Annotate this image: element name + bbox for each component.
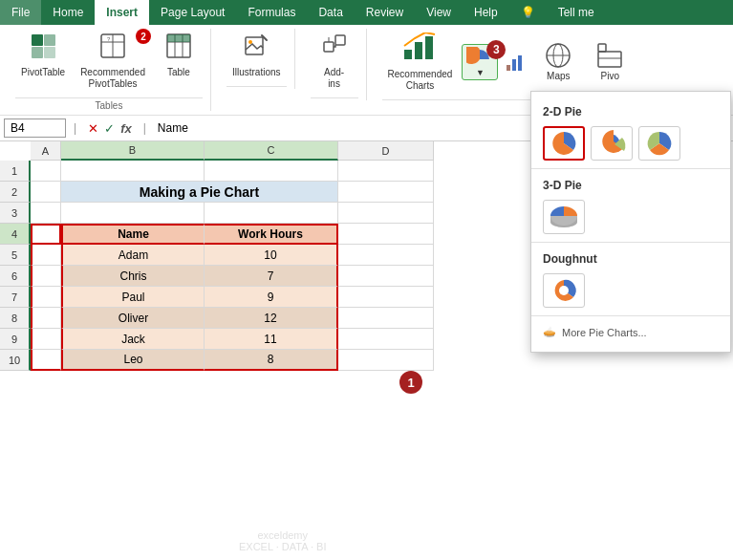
cell-b10[interactable]: Leo <box>61 350 205 371</box>
tab-view[interactable]: View <box>415 0 463 25</box>
cell-b8[interactable]: Oliver <box>61 308 205 329</box>
more-pie-charts-link[interactable]: 🥧 More Pie Charts... <box>531 320 730 344</box>
cell-d3[interactable] <box>338 203 434 224</box>
cell-d6[interactable] <box>338 266 434 287</box>
cell-c9[interactable]: 11 <box>205 329 338 350</box>
tab-home[interactable]: Home <box>41 0 95 25</box>
cell-b4-name[interactable]: Name <box>61 224 205 245</box>
cell-reference[interactable]: B4 <box>4 118 66 138</box>
cell-a5[interactable] <box>31 245 61 266</box>
tab-tellme[interactable]: Tell me <box>547 0 606 25</box>
addins-button[interactable]: Add-ins <box>311 29 358 94</box>
cell-d1[interactable] <box>338 161 434 182</box>
cell-b1[interactable] <box>61 161 205 182</box>
confirm-icon[interactable]: ✓ <box>104 121 115 136</box>
svg-rect-29 <box>598 52 621 67</box>
pie-2d-chart-1[interactable] <box>543 126 585 161</box>
row-header-5: 5 <box>0 245 31 266</box>
row-header-4: 4 <box>0 224 31 245</box>
recommended-charts-button[interactable]: RecommendedCharts <box>382 29 459 96</box>
pie-2d-charts <box>531 122 730 164</box>
row-10: 10 Leo 8 <box>0 350 733 371</box>
cell-b7[interactable]: Paul <box>61 287 205 308</box>
col-header-a: A <box>31 141 61 161</box>
cell-d2[interactable] <box>338 182 434 203</box>
table-button[interactable]: Table <box>155 29 203 82</box>
cancel-icon[interactable]: ✕ <box>88 121 98 136</box>
cell-c8[interactable]: 12 <box>205 308 338 329</box>
tables-group-label: Tables <box>15 97 203 111</box>
svg-point-14 <box>248 40 252 44</box>
col-header-c: C <box>205 141 338 161</box>
pie-2d-chart-2[interactable] <box>591 126 633 161</box>
cell-d5[interactable] <box>338 245 434 266</box>
pie-3d-chart-1[interactable] <box>543 200 585 234</box>
cell-b5[interactable]: Adam <box>61 245 205 266</box>
bar-charts-button[interactable] <box>502 50 530 75</box>
cell-b2-title[interactable]: Making a Pie Chart <box>61 182 338 203</box>
cell-c1[interactable] <box>205 161 338 182</box>
tab-review[interactable]: Review <box>355 0 415 25</box>
pie-3d-charts <box>531 196 730 238</box>
svg-rect-23 <box>512 59 516 71</box>
section-doughnut: Doughnut <box>531 247 730 269</box>
row-header-3: 3 <box>0 203 31 224</box>
row-header-6: 6 <box>0 266 31 287</box>
cell-d4[interactable] <box>338 224 434 245</box>
tab-insert[interactable]: Insert <box>95 0 149 25</box>
more-charts-label: More Pie Charts... <box>562 327 647 338</box>
cell-d7[interactable] <box>338 287 434 308</box>
tab-formulas[interactable]: Formulas <box>236 0 307 25</box>
cell-d8[interactable] <box>338 308 434 329</box>
recommended-charts-icon <box>402 32 437 67</box>
pivot-button[interactable]: Pivo <box>586 38 634 86</box>
separator-1 <box>531 168 730 169</box>
cell-d9[interactable] <box>338 329 434 350</box>
tab-help[interactable]: Help <box>463 0 509 25</box>
cell-a6[interactable] <box>31 266 61 287</box>
col-header-b: B <box>61 141 205 161</box>
illustrations-button[interactable]: Illustrations <box>226 29 287 82</box>
cell-a9[interactable] <box>31 329 61 350</box>
cell-a1[interactable] <box>31 161 61 182</box>
pivottable-button[interactable]: PivotTable <box>15 29 71 82</box>
cell-c4-workhours[interactable]: Work Hours <box>205 224 338 245</box>
cell-a3[interactable] <box>31 203 61 224</box>
tab-pagelayout[interactable]: Page Layout <box>149 0 236 25</box>
cell-d10[interactable] <box>338 350 434 371</box>
cell-c6[interactable]: 7 <box>205 266 338 287</box>
cell-b3[interactable] <box>61 203 205 224</box>
cell-b9[interactable]: Jack <box>61 329 205 350</box>
cell-a10[interactable] <box>31 350 61 371</box>
addins-icon <box>321 32 348 65</box>
cell-b6[interactable]: Chris <box>61 266 205 287</box>
cell-c10[interactable]: 8 <box>205 350 338 371</box>
table-label: Table <box>167 67 190 78</box>
cell-a4[interactable] <box>31 224 61 245</box>
svg-rect-24 <box>518 55 522 71</box>
svg-text:?: ? <box>107 36 111 42</box>
section-3d-pie: 3-D Pie <box>531 173 730 196</box>
svg-rect-0 <box>32 34 43 46</box>
pie-2d-chart-3[interactable] <box>638 126 680 161</box>
maps-label: Maps <box>547 71 570 82</box>
cell-a8[interactable] <box>31 308 61 329</box>
row-header-2: 2 <box>0 182 31 203</box>
cell-c3[interactable] <box>205 203 338 224</box>
svg-rect-3 <box>44 47 55 58</box>
illustrations-icon <box>243 32 269 65</box>
function-icon[interactable]: fx <box>120 121 132 136</box>
svg-rect-2 <box>32 47 43 58</box>
formula-icons: ✕ ✓ fx <box>84 121 136 136</box>
doughnut-chart-1[interactable] <box>543 273 585 308</box>
tab-data[interactable]: Data <box>307 0 354 25</box>
tab-lightbulb[interactable]: 💡 <box>509 0 547 25</box>
cell-a7[interactable] <box>31 287 61 308</box>
cell-c7[interactable]: 9 <box>205 287 338 308</box>
maps-button[interactable]: Maps <box>534 38 582 86</box>
cell-c5[interactable]: 10 <box>205 245 338 266</box>
cell-a2[interactable] <box>31 182 61 203</box>
pivottable-icon <box>30 32 56 65</box>
formula-bar-divider: | <box>70 121 80 135</box>
tab-file[interactable]: File <box>0 0 41 25</box>
